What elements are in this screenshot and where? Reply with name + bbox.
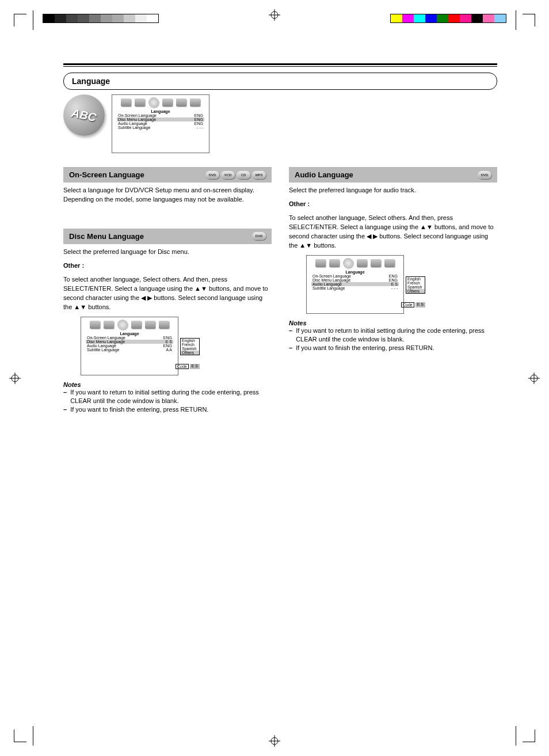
osd-heading: Language [311,270,399,274]
code-entry: Code E S [401,302,425,307]
osd-tab-icons [86,321,173,330]
tv-icon [90,321,100,329]
disc-badge-icon: VCD [221,171,235,179]
note-item: –If you want to finish the entering, pre… [63,405,272,414]
tv-icon [315,259,326,267]
audio-sub-body: To select another language, Select other… [289,214,497,250]
osd-discmenu-screenshot: Language On-Screen LanguageENGDisc Menu … [81,317,178,375]
rating-icon [131,321,142,329]
osd-row: On-Screen LanguageENG [117,113,204,117]
discmenu-language-header: Disc Menu Language DVD [63,229,272,244]
osd-row: Subtitle LanguageA A [86,348,173,352]
tv-icon [121,98,131,107]
discmenu-sub-body: To select another language, Select other… [63,275,272,312]
osd-row: Audio LanguageENG [86,344,173,348]
osd-row: Disc Menu LanguageENG [311,278,399,282]
osd-main-screenshot: Language On-Screen LanguageENGDisc Menu … [112,94,209,153]
osd-row: On-Screen LanguageENG [311,274,399,278]
speaker-icon [329,259,340,267]
onscreen-language-header: On-Screen Language DVDVCDCDMP3 [63,167,272,183]
disc-badges: DVD [478,171,491,179]
notes-heading: Notes [63,381,272,388]
discmenu-body: Select the preferred language for Disc m… [63,248,272,257]
misc-icon [176,98,186,107]
disc-badge-icon: MP3 [252,171,266,179]
disc-badge-icon: DVD [478,171,491,179]
rating-icon [357,259,367,267]
osd-heading: Language [86,332,173,336]
osd-row: Audio LanguageENG [117,121,204,126]
discmenu-sub-label: Other : [63,261,272,271]
misc2-icon [384,259,395,267]
rule-divider [63,63,497,67]
disc-badges: DVDVCDCDMP3 [205,171,266,179]
misc-icon [145,321,155,329]
misc-icon [371,259,381,267]
audio-language-header: Audio Language DVD [289,167,497,183]
speaker-icon [104,321,114,329]
osd-row: Subtitle Language- - - [117,126,204,130]
audio-body: Select the preferred language for audio … [289,186,497,195]
note-item: –If you want to return to initial settin… [63,388,272,406]
osd-row: On-Screen LanguageENG [86,336,173,340]
misc2-icon [190,98,200,107]
osd-row: Subtitle Language- - - [311,286,399,290]
code-entry: Code E S [176,364,200,369]
note-item: –If you want to finish the entering, pre… [289,344,497,352]
rating-icon [162,98,173,107]
note-item: –If you want to return to initial settin… [289,326,497,344]
language-icon [343,258,353,268]
language-popup: EnglishFrenchSpanishOthers [180,338,200,355]
osd-tab-icons [311,259,399,268]
osd-audio-screenshot: Language On-Screen LanguageENGDisc Menu … [306,255,404,314]
audio-sub-label: Other : [289,200,497,209]
osd-row: Disc Menu LanguageE S [86,340,173,344]
language-badge-icon: ABC [63,94,105,136]
notes-heading: Notes [289,320,497,326]
osd-tab-icons [117,98,204,108]
misc2-icon [159,321,169,329]
disc-badge-icon: DVD [205,171,219,179]
disc-badge-icon: DVD [252,232,266,240]
osd-row: Audio LanguageE S [311,282,399,286]
language-icon [148,97,159,108]
onscreen-language-body: Select a language for DVD/VCR Setup menu… [63,186,272,204]
disc-badges: DVD [252,232,266,240]
language-icon [117,320,128,330]
speaker-icon [135,98,145,107]
section-title: Language [63,73,497,90]
osd-heading: Language [117,109,204,113]
language-popup: EnglishFrenchSpanishOthers [406,276,425,294]
osd-row: Disc Menu LanguageENG [117,117,204,121]
disc-badge-icon: CD [237,171,250,179]
